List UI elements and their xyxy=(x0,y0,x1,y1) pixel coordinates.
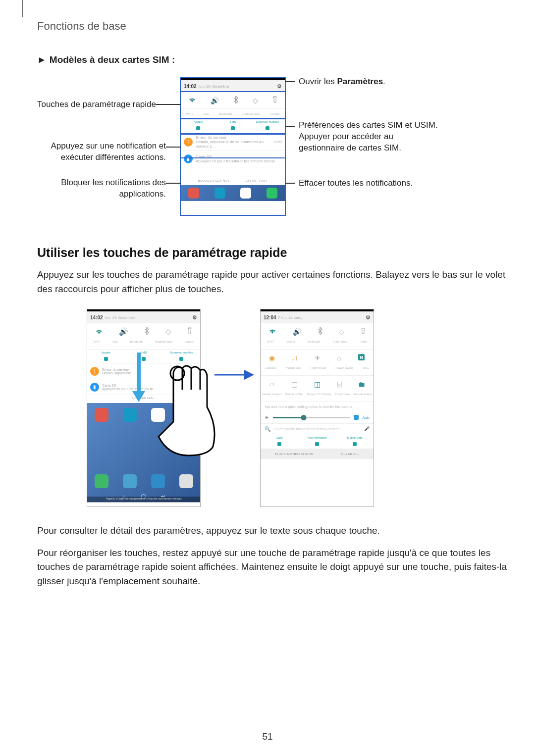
bluetooth-icon xyxy=(233,96,238,105)
quick-settings-row: 🔊 ◇ xyxy=(181,92,285,109)
date: lun. 19 décembre xyxy=(105,315,136,320)
sd-icon: ▮ xyxy=(90,383,99,392)
leader-line xyxy=(285,126,295,127)
footer-row: BLOCK NOTIFICATIONS CLEAR ALL xyxy=(261,449,374,459)
subhead-text: Modèles à deux cartes SIM xyxy=(50,54,169,65)
callout: Bloquer les notifications des applicatio… xyxy=(32,177,166,200)
qs-labels: Wi-Fi Son Bluetooth Rotation auto Lampe xyxy=(87,340,200,349)
qs-row-2: ◉ ↓↑ ✈ ⌂ N xyxy=(261,350,374,366)
gear-icon: ⚙ xyxy=(277,83,282,90)
flight-mode-icon: ✈ xyxy=(315,354,321,362)
label: Wi-Fi xyxy=(186,112,193,115)
breadcrumb: Fonctions de base xyxy=(37,20,126,33)
label: Rotation auto xyxy=(242,112,260,115)
date: Fri, 1 January xyxy=(278,315,303,320)
sim-row: Appels SMS Données mobiles xyxy=(181,119,285,134)
clear-label: EFFAC. TOUT xyxy=(246,179,268,182)
apps-icon xyxy=(179,474,193,488)
brightness-icon: ☀ xyxy=(265,415,269,420)
tip-text: Tap and hold a quick setting button to r… xyxy=(261,402,374,411)
sound-icon: 🔊 xyxy=(293,328,301,336)
location-icon: ◉ xyxy=(269,354,275,362)
search-row: 🔍 Search phone and scan for nearby devic… xyxy=(261,423,374,434)
qs-labels-1: Wi-FiSoundBluetoothAuto rotateTorch xyxy=(261,340,374,349)
label: Son xyxy=(204,112,209,115)
sound-icon: 🔊 xyxy=(211,97,219,104)
callout: Préférences des cartes SIM et USIM. Appu… xyxy=(299,120,438,154)
callout: Touches de paramétrage rapide xyxy=(32,99,156,110)
label: Lampe xyxy=(270,112,279,115)
warning-icon: ! xyxy=(184,138,193,147)
auto-label: Auto xyxy=(363,416,370,419)
leader-line xyxy=(166,183,181,184)
sim-badge xyxy=(196,126,200,130)
rotation-icon: ◇ xyxy=(253,97,258,104)
clock: 14:02 xyxy=(184,84,197,89)
bluetooth-icon xyxy=(144,327,149,336)
date: lun. 19 décembre xyxy=(199,84,229,89)
sim-label: Données mobiles xyxy=(250,120,285,123)
leader-line xyxy=(285,81,295,82)
clear-label: CLEAR ALL xyxy=(341,453,360,455)
power-saving-icon: ⌂ xyxy=(337,354,341,362)
callout: Effacer toutes les notifications. xyxy=(299,178,413,189)
page-number: 51 xyxy=(0,731,535,742)
app-icon xyxy=(123,408,137,422)
smart-view-icon: ⌸ xyxy=(337,380,341,388)
app-icon xyxy=(123,474,137,488)
qs-row-1: 🔊 ◇ xyxy=(261,323,374,340)
auto-checkbox xyxy=(354,415,359,420)
sim-badge xyxy=(266,126,269,130)
hotspot-icon: ▱ xyxy=(269,380,274,388)
qs-row: 🔊 ◇ xyxy=(87,323,200,340)
phone-screenshot-after: 12:04 Fri, 1 January ⚙ 🔊 ◇ Wi-FiSoundBlu… xyxy=(260,309,374,507)
callout: Appuyez sur une notification et exécuter… xyxy=(27,141,166,163)
wifi-icon xyxy=(95,328,103,336)
header-bar: 12:04 Fri, 1 January ⚙ xyxy=(261,311,374,323)
rotation-icon: ◇ xyxy=(165,327,171,336)
section-heading: Utiliser les touches de paramétrage rapi… xyxy=(37,246,513,260)
callout: Ouvrir les Paramètres. xyxy=(299,76,385,88)
header-bar: 14:02 lun. 19 décembre ⚙ xyxy=(87,311,200,323)
sound-icon: 🔊 xyxy=(119,327,128,336)
warning-icon: ! xyxy=(90,367,99,376)
swipe-down-arrow-icon xyxy=(132,353,145,402)
wifi-icon xyxy=(268,328,276,336)
clock: 14:02 xyxy=(90,315,103,320)
leader-line xyxy=(156,104,181,105)
notification-row: ! Erreur du serveur Détails, impossible … xyxy=(181,134,285,151)
paragraph: Pour réorganiser les touches, restez app… xyxy=(37,546,513,589)
bluetooth-icon xyxy=(318,327,322,336)
nfc-icon: N xyxy=(358,353,365,362)
subhead-colon: : xyxy=(169,54,175,65)
app-icon xyxy=(151,474,165,488)
sim-badge xyxy=(231,126,235,130)
status-caption: Appels d'urgence uniquement | Aucune con… xyxy=(87,497,200,503)
flashlight-icon xyxy=(187,327,192,336)
dock xyxy=(181,185,285,201)
rotation-icon: ◇ xyxy=(339,328,344,336)
header-bar: 14:02 lun. 19 décembre ⚙ xyxy=(181,80,285,92)
mic-icon: 🎤 xyxy=(364,426,370,431)
diagram-dual-sim: 14:02 lun. 19 décembre ⚙ 🔊 ◇ Wi-Fi S xyxy=(37,77,513,226)
svg-marker-1 xyxy=(132,391,145,402)
app-icon xyxy=(95,408,108,422)
block-label: BLOQUER LES NOTI xyxy=(198,179,231,182)
wallpaper: ⌂◯↩ Appels d'urgence uniquement | Aucune… xyxy=(87,403,200,502)
secure-folder-icon: 🖿 xyxy=(358,380,365,388)
paragraph: Pour consulter le détail des paramètres,… xyxy=(37,524,513,538)
flashlight-icon xyxy=(361,327,366,336)
app-icon xyxy=(95,474,108,488)
app-icon xyxy=(151,408,165,422)
blue-light-icon: ▢ xyxy=(291,380,298,388)
app-icon xyxy=(179,408,193,422)
search-placeholder: Search phone and scan for nearby devices xyxy=(273,427,361,431)
label: Bluetooth xyxy=(219,112,232,115)
qs-labels-row: Wi-Fi Son Bluetooth Rotation auto Lampe xyxy=(181,109,285,119)
page-content: ►Modèles à deux cartes SIM : 14:02 lun. … xyxy=(37,54,513,596)
leader-line xyxy=(166,147,181,148)
block-label: BLOCK NOTIFICATIONS xyxy=(275,453,313,455)
gear-icon: ⚙ xyxy=(192,314,197,321)
clock: 12:04 xyxy=(264,315,276,320)
phone-screenshot-before: 14:02 lun. 19 décembre ⚙ 🔊 ◇ Wi-Fi Son B… xyxy=(87,309,201,507)
